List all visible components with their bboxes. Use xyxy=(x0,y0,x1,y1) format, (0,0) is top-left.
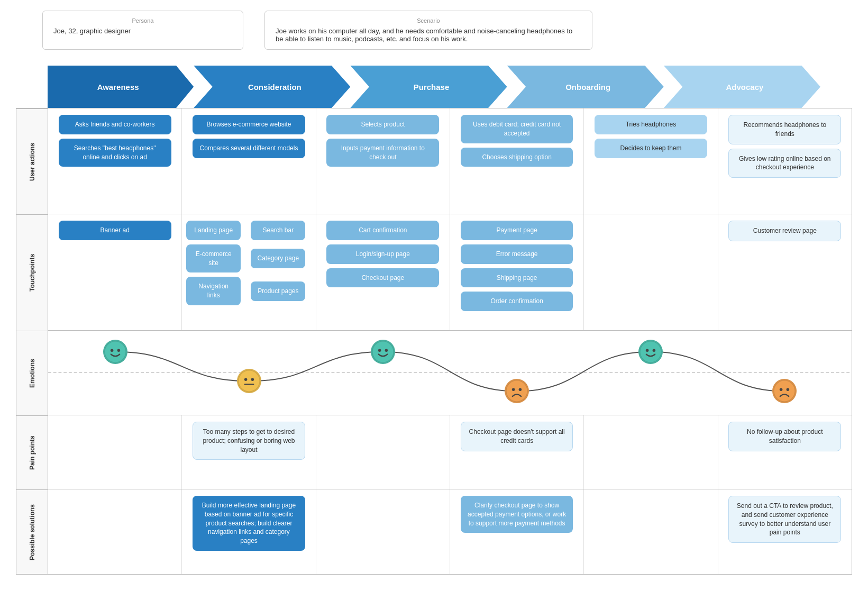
label-pain-points: Pain points xyxy=(16,415,48,489)
ps-row-cell-2 xyxy=(316,489,450,574)
tp-row-card-3-0[interactable]: Payment page xyxy=(461,221,573,240)
ua-row-cell-0: Asks friends and co-workersSearches "bes… xyxy=(48,108,182,214)
tp-row-card-1-2[interactable]: E-commerce site xyxy=(186,244,241,273)
ps-row-cell-5: Send out a CTA to review product, and se… xyxy=(718,489,852,574)
ua-row-cell-2: Selects productInputs payment informatio… xyxy=(316,108,450,214)
ua-row-cell-4: Tries headphonesDecides to keep them xyxy=(584,108,718,214)
top-section: Persona Joe, 32, graphic designer Scenar… xyxy=(11,11,857,50)
content-area: Asks friends and co-workersSearches "bes… xyxy=(48,108,852,574)
tp-row-card-2-2[interactable]: Checkout page xyxy=(326,268,439,288)
ua-row-card-5-1[interactable]: Gives low rating online based on checkou… xyxy=(728,149,841,178)
tp-row-cell-3: Payment pageError messageShipping pageOr… xyxy=(450,214,584,330)
tp-row-card-3-2[interactable]: Shipping page xyxy=(461,268,573,288)
svg-point-20 xyxy=(653,349,655,351)
svg-point-22 xyxy=(780,388,782,391)
pp-row-card-3-0[interactable]: Checkout page doesn't support all credit… xyxy=(461,422,573,451)
svg-point-10 xyxy=(244,378,247,381)
ps-row-card-5-0[interactable]: Send out a CTA to review product, and se… xyxy=(728,496,841,543)
ua-row-cell-3: Uses debit card; credit card not accepte… xyxy=(450,108,584,214)
touchpoints-row: Banner adLanding pageSearch barE-commerc… xyxy=(48,214,852,331)
solutions-row: Build more effective landing page based … xyxy=(48,489,852,574)
ua-row-cell-5: Recommends headphones to friendsGives lo… xyxy=(718,108,852,214)
svg-point-11 xyxy=(251,378,253,381)
svg-point-14 xyxy=(385,349,388,351)
tp-row-cell-4 xyxy=(584,214,718,330)
svg-point-18 xyxy=(640,341,661,362)
label-user-actions: User actions xyxy=(16,108,48,214)
pp-row-cell-4 xyxy=(584,415,718,489)
pp-row-cell-0 xyxy=(48,415,182,489)
tp-row-card-1-5[interactable]: Product pages xyxy=(251,281,305,301)
ua-row-card-1-1[interactable]: Compares several different models xyxy=(193,139,305,158)
svg-point-16 xyxy=(512,388,515,391)
pain-points-row: Too many steps to get to desired product… xyxy=(48,415,852,489)
emotions-content xyxy=(48,331,852,415)
tp-row-card-1-4[interactable]: Navigation links xyxy=(186,277,241,305)
ua-row-card-5-0[interactable]: Recommends headphones to friends xyxy=(728,115,841,144)
persona-box: Persona Joe, 32, graphic designer xyxy=(42,11,243,50)
svg-point-9 xyxy=(239,370,260,392)
ua-row-card-4-1[interactable]: Decides to keep them xyxy=(595,139,707,158)
tp-row-card-2-0[interactable]: Cart confirmation xyxy=(326,221,439,240)
label-emotions: Emotions xyxy=(16,331,48,415)
tp-row-cell-5: Customer review page xyxy=(718,214,852,330)
emotions-row xyxy=(48,331,852,415)
svg-point-15 xyxy=(506,380,527,402)
tp-row-card-3-1[interactable]: Error message xyxy=(461,244,573,264)
ps-row-card-1-0[interactable]: Build more effective landing page based … xyxy=(193,496,305,551)
tp-row-card-5-0[interactable]: Customer review page xyxy=(728,221,841,241)
ps-row-cell-1: Build more effective landing page based … xyxy=(182,489,316,574)
pp-row-cell-2 xyxy=(316,415,450,489)
tp-row-card-1-1[interactable]: Search bar xyxy=(251,221,305,240)
svg-point-17 xyxy=(519,388,522,391)
svg-point-12 xyxy=(372,341,394,362)
ua-row-card-1-0[interactable]: Browses e-commerce website xyxy=(193,115,305,134)
row-labels: User actions Touchpoints Emotions Pain p… xyxy=(16,108,48,574)
label-touchpoints: Touchpoints xyxy=(16,214,48,331)
ua-row-card-3-1[interactable]: Chooses shipping option xyxy=(461,148,573,167)
ps-row-card-3-0[interactable]: Clarify checkout page to show accepted p… xyxy=(461,496,573,533)
emotion-face-4 xyxy=(638,340,663,364)
phase-consideration[interactable]: Consideration xyxy=(194,66,350,108)
pp-row-card-5-0[interactable]: No follow-up about product satisfaction xyxy=(728,422,841,451)
scenario-label: Scenario xyxy=(276,17,581,24)
svg-point-6 xyxy=(104,341,125,362)
pp-row-cell-5: No follow-up about product satisfaction xyxy=(718,415,852,489)
ua-row-card-2-0[interactable]: Selects product xyxy=(326,115,439,134)
ua-row-card-0-1[interactable]: Searches "best headphones" online and cl… xyxy=(59,139,171,167)
tp-row-cell-2: Cart confirmationLogin/sign-up pageCheck… xyxy=(316,214,450,330)
emotion-face-2 xyxy=(371,340,395,364)
emotion-face-1 xyxy=(237,369,261,393)
tp-row-card-2-1[interactable]: Login/sign-up page xyxy=(326,244,439,264)
svg-point-13 xyxy=(378,349,381,351)
svg-point-7 xyxy=(110,349,113,351)
persona-value: Joe, 32, graphic designer xyxy=(53,27,232,35)
phase-awareness[interactable]: Awareness xyxy=(48,66,194,108)
persona-label: Persona xyxy=(53,17,232,24)
scenario-box: Scenario Joe works on his computer all d… xyxy=(264,11,592,50)
main-grid: User actions Touchpoints Emotions Pain p… xyxy=(16,108,852,575)
tp-row-card-1-0[interactable]: Landing page xyxy=(186,221,241,240)
emotion-face-3 xyxy=(505,379,529,403)
ua-row-card-2-1[interactable]: Inputs payment information to check out xyxy=(326,139,439,167)
ua-row-card-3-0[interactable]: Uses debit card; credit card not accepte… xyxy=(461,115,573,143)
page: Persona Joe, 32, graphic designer Scenar… xyxy=(0,0,868,585)
ua-row-card-4-0[interactable]: Tries headphones xyxy=(595,115,707,134)
svg-point-23 xyxy=(787,388,789,391)
ps-row-cell-4 xyxy=(584,489,718,574)
tp-row-card-3-3[interactable]: Order confirmation xyxy=(461,292,573,311)
pp-row-card-1-0[interactable]: Too many steps to get to desired product… xyxy=(193,422,305,460)
phase-advocacy[interactable]: Advocacy xyxy=(664,66,820,108)
svg-point-21 xyxy=(774,380,795,402)
tp-row-card-0-0[interactable]: Banner ad xyxy=(59,221,171,240)
pp-row-cell-3: Checkout page doesn't support all credit… xyxy=(450,415,584,489)
user-actions-row: Asks friends and co-workersSearches "bes… xyxy=(48,108,852,214)
tp-row-card-1-3[interactable]: Category page xyxy=(251,249,305,268)
ps-row-cell-3: Clarify checkout page to show accepted p… xyxy=(450,489,584,574)
phase-onboarding[interactable]: Onboarding xyxy=(507,66,664,108)
ua-row-card-0-0[interactable]: Asks friends and co-workers xyxy=(59,115,171,134)
tp-row-cell-1: Landing pageSearch barE-commerce siteCat… xyxy=(182,214,316,330)
emotion-face-5 xyxy=(772,379,797,403)
scenario-value: Joe works on his computer all day, and h… xyxy=(276,27,581,43)
phase-purchase[interactable]: Purchase xyxy=(350,66,507,108)
